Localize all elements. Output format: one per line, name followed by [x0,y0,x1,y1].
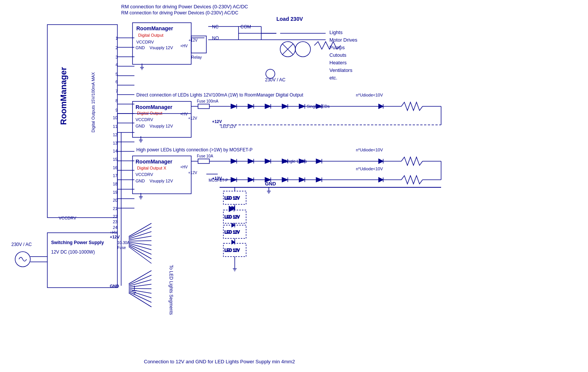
svg-marker-98 [379,159,383,163]
svg-marker-60 [282,104,288,109]
rm1-plushv: +HV [180,44,188,48]
svg-text:19: 19 [113,190,117,195]
pin24: 24 [113,225,117,230]
svg-text:2: 2 [115,45,118,50]
svg-marker-103 [231,177,237,182]
vccdrv-main: VCCDRV [59,216,76,220]
svg-marker-79 [231,159,237,163]
motor-drives-label: Motor Drives [329,37,357,43]
svg-marker-142 [232,223,235,227]
svg-text:23: 23 [113,219,117,224]
svg-line-150 [129,223,151,237]
rm1-digital-output: Digital Output [138,33,164,37]
svg-line-156 [129,243,151,250]
psu-plushv: +HV [110,230,117,235]
svg-line-160 [129,271,151,284]
psu-label: Switching Power Supply [51,240,104,245]
sine-wave [19,257,27,261]
svg-marker-112 [282,177,288,182]
diagram-container: RM connection for driving Power Devices … [0,0,588,372]
svg-text:13: 13 [113,141,117,145]
rm2-vccdrv: VCCDRV [136,117,153,122]
fuse2-box [198,159,209,163]
psu-gnd: GND [110,284,119,288]
section2-title: Direct connection of LEDs Lights 12V/100… [136,92,304,98]
svg-marker-121 [379,177,383,182]
svg-text:3: 3 [115,55,118,59]
etc-label: etc. [329,75,337,81]
fuse1-box [198,104,209,109]
svg-text:12: 12 [113,132,117,137]
psu-fuse-current: 10-30A [117,241,130,245]
svg-marker-57 [265,104,271,109]
svg-line-155 [129,242,151,245]
rm1-vccdrv: VCCDRV [136,40,154,44]
gnd-symbol-led [233,265,237,271]
svg-text:9: 9 [115,108,118,112]
pin-numbers: 1 2 3 4 5 6 7 8 9 10 11 12 13 14 15 16 1… [113,36,118,224]
nc-label: NC [212,24,219,30]
rm2-vsupply: Vsupply 12V [150,124,173,128]
svg-text:15: 15 [113,157,117,162]
rm2-digital-output: Digital Output [137,111,162,115]
svg-line-163 [129,284,151,287]
svg-line-154 [129,241,151,241]
diodes-row1 [220,102,441,111]
diodes-row2 [220,157,441,165]
plus12v-s2: +12V [212,119,222,124]
rm2-plus12v: +12V [188,116,197,120]
no-label: NO [212,36,219,41]
main-roommanager-label: RoomManager [59,67,68,125]
svg-text:1: 1 [115,36,118,40]
diodes-row3 [220,176,441,184]
rm3-gnd: GND [136,179,145,183]
fan-wires-bot [129,271,151,307]
svg-text:16: 16 [113,165,117,170]
ventilators-label: Ventilators [329,67,352,73]
load-230v: Load 230V [276,16,303,22]
fuse1-label: Fuse 100mA [197,99,218,103]
psu-fuse-label: Fuse [117,246,126,250]
rm1-label: RoomManager [136,25,173,31]
rm3-digital-output: Digital Output X [137,166,167,170]
svg-text:18: 18 [113,182,117,186]
svg-marker-115 [299,177,305,182]
fuse2-label: Fuse 10A [197,154,213,158]
svg-text:14: 14 [113,149,117,153]
rm2-gnd: GND [136,124,145,128]
svg-text:8: 8 [115,98,118,103]
svg-text:LED 12V: LED 12V [225,215,240,219]
svg-line-168 [129,293,151,307]
svg-marker-94 [316,159,322,163]
digital-outputs-label: Digital Outputs 15V/100mA MAX [91,72,95,132]
n-udiode-s3a: n*Udiode<10V [356,148,383,152]
to-led-label: To LED Lights Segments [168,265,174,315]
svg-text:7: 7 [115,89,118,93]
footer: Connection to 12V and GND for LED Lights… [144,359,295,364]
title-top: RM connection for driving Power Devices … [121,4,248,9]
svg-marker-63 [299,104,305,109]
svg-line-164 [129,288,151,289]
svg-text:6: 6 [115,79,118,84]
section1-title: RM connection for driving Power Devices … [121,10,239,16]
rm3-label: RoomManager [136,159,173,165]
fan-wires-top [129,223,151,263]
svg-text:10: 10 [113,115,117,120]
svg-line-161 [129,275,151,285]
lights-label: Lights [329,30,343,35]
rm1-gnd: GND [136,45,145,50]
cutouts-label: Cutouts [329,52,346,58]
section3-title: High power LEDs Lights connection (>1W) … [136,147,253,153]
svg-marker-82 [248,159,254,163]
svg-text:11: 11 [113,124,117,129]
rm2-label: RoomManager [136,104,173,110]
rm3-plus12v: +12V [188,171,197,175]
svg-line-152 [129,232,151,239]
svg-text:LED 12V: LED 12V [225,248,240,252]
pumps-label: Pumps [329,45,345,50]
svg-line-165 [129,290,151,293]
svg-text:22: 22 [113,214,117,219]
svg-marker-85 [265,159,271,163]
svg-line-158 [129,246,151,259]
psu-plus12v: +12V [110,235,120,239]
